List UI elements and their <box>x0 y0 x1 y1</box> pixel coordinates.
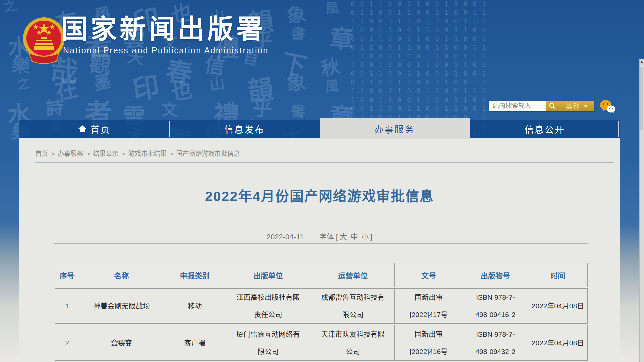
table-cell: 客户端 <box>164 325 225 361</box>
font-size-medium[interactable]: 中 <box>351 233 358 241</box>
search-input[interactable] <box>489 101 546 111</box>
scroll-up-button[interactable] <box>640 59 644 65</box>
page-background: { "header": { "site_title": "国家新闻出版署", "… <box>0 0 644 362</box>
page-title: 2022年4月份国产网络游戏审批信息 <box>19 185 620 205</box>
home-icon <box>78 125 87 133</box>
wechat-icon[interactable] <box>599 99 616 115</box>
site-header: 国家新闻出版署 National Press and Publication A… <box>0 0 644 121</box>
nav-tab-info-disclosure[interactable]: 信息公开 <box>470 120 620 138</box>
scrollbar[interactable] <box>639 59 644 362</box>
scroll-up-icon <box>640 61 643 63</box>
table-header-row: 序号 名称 申报类别 出版单位 运营单位 文号 出版物号 时间 <box>55 263 588 287</box>
table-row: 2 盒裂变 客户端 厦门雷霆互动网络有 限公司 天津市队友科技有限 公司 国新出… <box>55 325 588 361</box>
table-cell: ISBN 978-7- 498-09432-2 <box>463 325 528 361</box>
site-title: 国家新闻出版署 <box>61 8 266 46</box>
table-header-cell: 文号 <box>395 263 463 287</box>
breadcrumb-separator: > <box>86 150 90 157</box>
table-cell: 江西高校出版社有限 责任公司 <box>225 288 311 324</box>
approval-table: 序号 名称 申报类别 出版单位 运营单位 文号 出版物号 时间 1 神兽金刚无限… <box>55 261 588 362</box>
nav-tab-label: 首页 <box>91 123 111 136</box>
search-button[interactable] <box>546 101 559 111</box>
nav-tab-info-release[interactable]: 信息发布 <box>169 120 320 138</box>
article-meta: 2022-04-11字体 [大中小] <box>19 231 620 241</box>
nav-divider <box>618 121 619 137</box>
breadcrumb-separator: > <box>169 150 173 157</box>
breadcrumb-item[interactable]: 办事服务 <box>58 150 83 157</box>
scrollbar-thumb[interactable] <box>640 67 643 130</box>
main-nav: 首页 信息发布 办事服务 信息公开 <box>19 120 620 138</box>
nav-tab-label: 办事服务 <box>374 122 415 135</box>
table-cell: 盒裂变 <box>79 325 164 361</box>
table-header-cell: 出版物号 <box>463 263 528 287</box>
table-row: 1 神兽金刚无限战场 移动 江西高校出版社有限 责任公司 成都雷兽互动科技有 限… <box>55 288 588 324</box>
table-cell: 厦门雷霆互动网络有 限公司 <box>225 325 311 361</box>
nav-tab-services[interactable]: 办事服务 <box>320 118 470 139</box>
publish-date: 2022-04-11 <box>267 233 304 241</box>
breadcrumb-divider-line <box>35 162 614 163</box>
font-size-label: 字体 [ <box>319 233 338 241</box>
table-header-cell: 序号 <box>55 263 79 287</box>
table-cell: 国新出审 [2022]416号 <box>395 325 463 361</box>
table-cell: 移动 <box>164 288 225 324</box>
table-cell: 2022年04月08日 <box>528 325 588 361</box>
nav-tab-home[interactable]: 首页 <box>19 120 169 138</box>
site-subtitle: National Press and Publication Administr… <box>63 46 268 55</box>
nav-underline <box>19 138 620 138</box>
font-size-label-suffix: ] <box>370 233 372 241</box>
table-header-cell: 时间 <box>528 263 588 287</box>
breadcrumb-separator: > <box>51 150 55 157</box>
wechat-bubbles-icon <box>599 99 616 115</box>
table-cell: 1 <box>55 288 79 324</box>
breadcrumb-separator: > <box>121 150 125 157</box>
national-emblem-icon <box>22 15 66 66</box>
breadcrumb-item[interactable]: 结果公示 <box>93 150 118 157</box>
breadcrumb: 首页>办事服务>结果公示>游戏审批结果>国产网络游戏审批信息 <box>35 148 240 158</box>
table-header-cell: 名称 <box>79 263 164 287</box>
search-icon <box>549 102 556 110</box>
nav-tab-label: 信息公开 <box>525 123 565 136</box>
table-cell: 2 <box>55 325 79 361</box>
table-cell: 天津市队友科技有限 公司 <box>311 325 395 361</box>
breadcrumb-item[interactable]: 游戏审批结果 <box>128 150 166 157</box>
font-size-large[interactable]: 大 <box>340 233 347 241</box>
search-bar: 类别 <box>489 101 594 111</box>
title-divider-line <box>54 243 588 244</box>
table-cell: 国新出审 [2022]417号 <box>395 288 463 324</box>
nav-divider <box>169 121 170 137</box>
table-cell: 2022年04月08日 <box>528 288 588 324</box>
breadcrumb-current: 国产网络游戏审批信息 <box>176 150 240 157</box>
table-cell: ISBN 978-7- 498-09416-2 <box>463 288 528 324</box>
table-header-cell: 出版单位 <box>225 263 311 287</box>
table-header-cell: 运营单位 <box>311 263 395 287</box>
table-header-cell: 申报类别 <box>164 263 225 287</box>
category-dropdown[interactable]: 类别 <box>559 101 594 111</box>
category-label: 类别 <box>566 101 580 111</box>
table-cell: 成都雷兽互动科技有 限公司 <box>311 288 395 324</box>
nav-tab-label: 信息发布 <box>224 123 265 136</box>
national-emblem-logo[interactable] <box>22 15 66 66</box>
breadcrumb-item[interactable]: 首页 <box>35 150 48 157</box>
chevron-down-icon <box>583 105 588 108</box>
font-size-small[interactable]: 小 <box>361 233 369 241</box>
search-gold-segment: 类别 <box>546 101 594 111</box>
table-cell: 神兽金刚无限战场 <box>79 288 164 324</box>
